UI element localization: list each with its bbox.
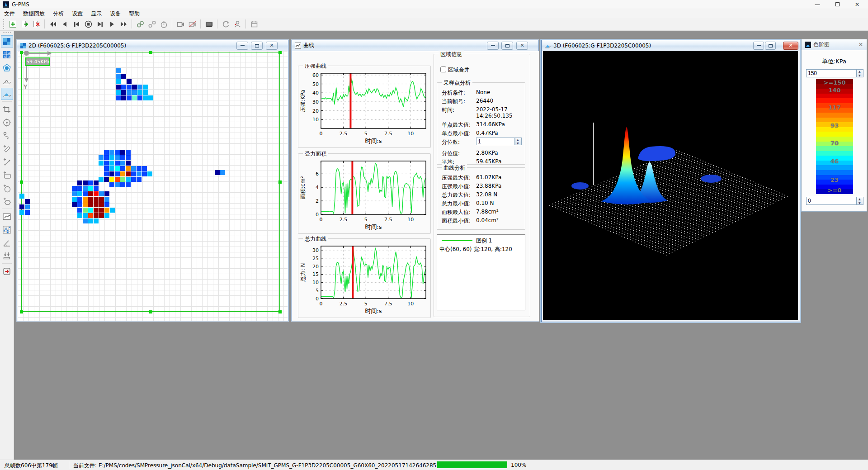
- menu-item-file[interactable]: 文件: [0, 9, 19, 19]
- heatmap-cell: [83, 191, 88, 196]
- sidebar-item-chart-tool[interactable]: [1, 210, 13, 223]
- display-screen-icon[interactable]: [203, 19, 214, 29]
- color-band: [816, 113, 853, 118]
- sidebar-item-draw-pencil[interactable]: [1, 142, 13, 155]
- sidebar-item-region-shape[interactable]: [1, 62, 13, 74]
- curves-close-button[interactable]: ✕: [516, 42, 528, 50]
- menu-item-display[interactable]: 显示: [87, 9, 106, 19]
- 2d-minimize-button[interactable]: [236, 42, 248, 50]
- curves-maximize-button[interactable]: [501, 42, 513, 50]
- svg-text:15: 15: [312, 271, 319, 277]
- colormap-titlebar[interactable]: 色阶图 ✕: [802, 39, 867, 50]
- calendar-icon[interactable]: [249, 19, 259, 29]
- sidebar-separator: [2, 101, 12, 102]
- selection-handle[interactable]: [149, 51, 152, 54]
- colormap-close-button[interactable]: ✕: [857, 41, 864, 48]
- heatmap-cell: [126, 150, 131, 155]
- field-label: 面积最大值:: [442, 209, 471, 216]
- sidebar-item-crop-tool[interactable]: [1, 103, 13, 115]
- tool-sidebar: 2453: [0, 31, 14, 460]
- link-icon[interactable]: [135, 19, 146, 29]
- record-video-icon[interactable]: [175, 19, 186, 29]
- delete-icon[interactable]: [31, 19, 42, 29]
- refresh-icon[interactable]: [220, 19, 231, 29]
- sidebar-item-view-2d[interactable]: [1, 35, 13, 47]
- 2d-close-button[interactable]: ✕: [266, 42, 278, 50]
- heatmap-cell: [120, 150, 125, 155]
- region-info-group: 区域信息 区域合并 采样点分析 分析条件:None当前帧号:26440时间:20…: [434, 54, 530, 317]
- 2d-maximize-button[interactable]: [251, 42, 263, 50]
- heatmap-cell: [137, 85, 142, 90]
- menu-item-analysis[interactable]: 分析: [49, 9, 68, 19]
- sidebar-item-draw-hexagon[interactable]: [1, 195, 13, 207]
- sidebar-item-target-tool[interactable]: [1, 116, 13, 128]
- selection-handle[interactable]: [20, 51, 23, 54]
- force-curve-chart[interactable]: 02.557.510051015202530时间:s总力: N: [299, 242, 429, 317]
- region-merge-row: 区域合并: [440, 66, 470, 74]
- selection-handle[interactable]: [278, 310, 282, 313]
- sidebar-item-view-3d[interactable]: [1, 88, 13, 100]
- 3d-maximize-button[interactable]: [765, 42, 776, 50]
- sidebar-item-peak-outline[interactable]: [1, 75, 13, 87]
- heatmap-cell: [72, 202, 77, 207]
- step-backward-icon[interactable]: [59, 19, 70, 29]
- quantile-count-input[interactable]: [476, 138, 515, 145]
- selection-rectangle[interactable]: [21, 52, 280, 312]
- skip-end-icon[interactable]: [94, 19, 105, 29]
- sidebar-item-exit-tool[interactable]: [1, 265, 13, 277]
- heatmap-cell: [121, 74, 126, 79]
- colormap-min-input[interactable]: [806, 197, 857, 205]
- 3d-minimize-button[interactable]: [753, 42, 764, 50]
- sidebar-item-route-tool[interactable]: [1, 129, 13, 142]
- heatmap-cell: [115, 166, 120, 171]
- menu-item-settings[interactable]: 设置: [68, 9, 87, 19]
- region-merge-label: 区域合并: [448, 66, 470, 73]
- window-curves-titlebar[interactable]: 曲线 ✕: [292, 40, 538, 51]
- sidebar-item-draw-line[interactable]: [1, 156, 13, 168]
- timer-icon[interactable]: [158, 19, 169, 29]
- fast-forward-icon[interactable]: [118, 19, 129, 29]
- selection-handle[interactable]: [278, 180, 282, 184]
- export-icon[interactable]: [19, 19, 30, 29]
- colormap-max-spinner[interactable]: [857, 69, 863, 77]
- 3d-close-button[interactable]: ✕: [783, 42, 798, 50]
- heatmap-cell: [115, 171, 120, 176]
- window-2d-titlebar[interactable]: 2D (F606025:G-F1P3D2205C00005) ✕: [17, 40, 288, 51]
- window-3d-titlebar[interactable]: 3D (F606025:G-F1P3D2205C00005) ✕: [542, 40, 800, 51]
- menu-item-device[interactable]: 设备: [106, 9, 125, 19]
- sidebar-item-draw-circle[interactable]: [1, 182, 13, 194]
- stop-icon[interactable]: [83, 19, 94, 29]
- sidebar-item-grid-points[interactable]: [1, 223, 13, 236]
- pressure-map-2d[interactable]: Y 59.45KPa: [18, 51, 288, 321]
- selection-handle[interactable]: [278, 51, 282, 54]
- selection-handle[interactable]: [20, 310, 23, 313]
- sidebar-item-matrix-values[interactable]: 2453: [1, 48, 13, 61]
- selection-handle[interactable]: [20, 180, 23, 184]
- sidebar-item-press-tool[interactable]: [1, 250, 13, 262]
- curves-minimize-button[interactable]: [487, 42, 499, 50]
- color-band: [816, 118, 853, 123]
- fast-backward-icon[interactable]: [47, 19, 58, 29]
- colormap-min-spinner[interactable]: [857, 197, 863, 205]
- area-curve-chart[interactable]: 02.557.5100246时间:s面积:cm²: [299, 157, 429, 233]
- menu-item-data-playback[interactable]: 数据回放: [19, 9, 49, 19]
- quantile-count-spinner[interactable]: [515, 138, 522, 145]
- pressure-curve-group-title: 压强曲线: [303, 62, 328, 70]
- menu-item-help[interactable]: 帮助: [125, 9, 144, 19]
- stop-video-icon[interactable]: [187, 19, 198, 29]
- window-close-button[interactable]: ✕: [848, 0, 866, 9]
- window-maximize-button[interactable]: [828, 0, 846, 9]
- selection-handle[interactable]: [149, 310, 152, 313]
- skip-start-icon[interactable]: [71, 19, 82, 29]
- pressure-curve-chart[interactable]: 02.557.510102030405060时间:s压强:KPa: [299, 70, 429, 147]
- unlink-icon[interactable]: [146, 19, 157, 29]
- user-icon[interactable]: [232, 19, 243, 29]
- window-minimize-button[interactable]: —: [808, 0, 826, 9]
- region-merge-checkbox[interactable]: [440, 66, 446, 72]
- surface-plot-3d[interactable]: [543, 51, 798, 320]
- sidebar-item-draw-rect[interactable]: [1, 169, 13, 181]
- colormap-max-input[interactable]: [806, 69, 857, 77]
- sidebar-item-angle-tool[interactable]: [1, 237, 13, 249]
- add-icon[interactable]: [7, 19, 18, 29]
- play-icon[interactable]: [106, 19, 117, 29]
